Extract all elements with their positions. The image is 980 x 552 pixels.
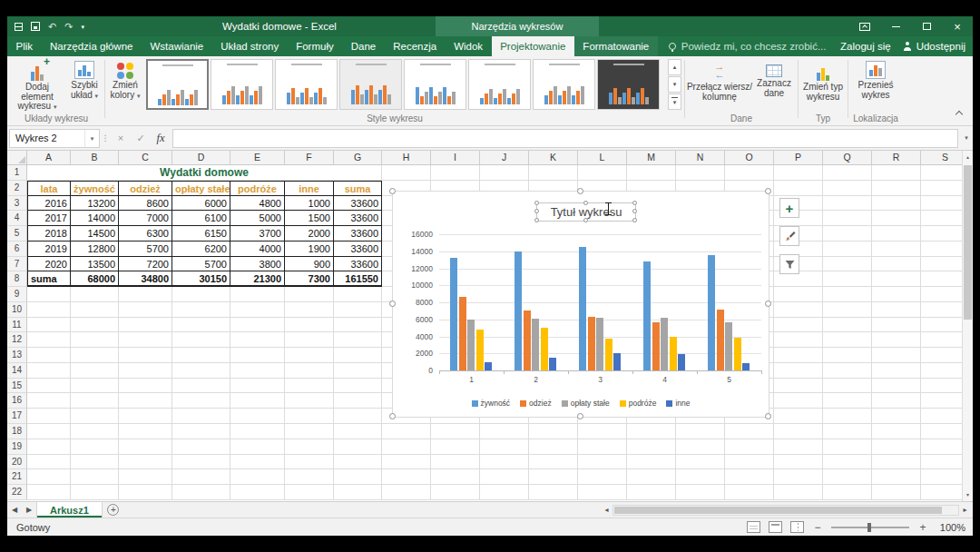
cell-Q9[interactable] bbox=[823, 287, 872, 302]
cell-G7[interactable]: 33600 bbox=[334, 257, 382, 272]
sheet-nav-left[interactable]: ◀ bbox=[7, 502, 22, 518]
cell-B2[interactable]: żywność bbox=[71, 181, 119, 196]
cell-C3[interactable]: 8600 bbox=[119, 196, 172, 212]
chart-bar-podroze-2[interactable] bbox=[541, 328, 548, 370]
cell-D19[interactable] bbox=[172, 439, 230, 455]
chart-filters-button[interactable] bbox=[779, 254, 799, 274]
tab-projektowanie[interactable]: Projektowanie bbox=[492, 36, 574, 56]
chart-style-thumbnail-1[interactable] bbox=[146, 59, 209, 110]
chart-bar-zywnosc-2[interactable] bbox=[514, 251, 522, 370]
cell-F9[interactable] bbox=[285, 287, 334, 302]
chart-bar-podroze-1[interactable] bbox=[476, 330, 484, 370]
row-header-9[interactable]: 9 bbox=[7, 287, 27, 302]
cell-B6[interactable]: 12800 bbox=[71, 242, 119, 257]
column-header-B[interactable]: B bbox=[71, 151, 119, 165]
row-header-17[interactable]: 17 bbox=[7, 409, 27, 424]
cell-B17[interactable] bbox=[71, 409, 119, 424]
cell-Q15[interactable] bbox=[823, 379, 872, 394]
cell-table-title[interactable]: Wydatki domowe bbox=[27, 165, 382, 181]
cell-F18[interactable] bbox=[285, 424, 334, 439]
cell-G4[interactable]: 33600 bbox=[334, 211, 382, 226]
cell-B15[interactable] bbox=[71, 379, 119, 394]
restore-button[interactable] bbox=[911, 16, 942, 36]
cell-Q6[interactable] bbox=[823, 242, 872, 257]
cell-G22[interactable] bbox=[334, 485, 382, 500]
cell-M19[interactable] bbox=[627, 439, 676, 455]
tab-widok[interactable]: Widok bbox=[446, 36, 492, 56]
cell-A20[interactable] bbox=[27, 455, 71, 470]
cell-B14[interactable] bbox=[71, 363, 119, 379]
cell-G9[interactable] bbox=[334, 287, 382, 302]
cell-H20[interactable] bbox=[382, 455, 431, 470]
cell-P22[interactable] bbox=[774, 485, 823, 500]
cancel-button[interactable]: × bbox=[111, 133, 131, 143]
cell-M18[interactable] bbox=[627, 424, 676, 439]
tab-narzedzia-glowne[interactable]: Narzędzia główne bbox=[42, 36, 142, 56]
cell-J19[interactable] bbox=[480, 439, 529, 455]
cell-I20[interactable] bbox=[431, 455, 480, 470]
zoom-in-button[interactable]: + bbox=[917, 521, 928, 534]
row-header-5[interactable]: 5 bbox=[7, 226, 27, 242]
cell-L22[interactable] bbox=[578, 485, 627, 500]
chart-bar-odziez-5[interactable] bbox=[717, 310, 724, 371]
cell-G6[interactable]: 33600 bbox=[334, 242, 382, 257]
cell-Q10[interactable] bbox=[823, 302, 872, 318]
cell-F5[interactable]: 2000 bbox=[285, 226, 334, 242]
chart-bar-oplaty-stale-3[interactable] bbox=[596, 318, 603, 370]
column-header-J[interactable]: J bbox=[480, 151, 529, 165]
cell-C6[interactable]: 5700 bbox=[119, 242, 172, 257]
cell-J18[interactable] bbox=[480, 424, 529, 439]
cell-O1[interactable] bbox=[725, 165, 774, 181]
cell-F20[interactable] bbox=[285, 455, 334, 470]
cell-A6[interactable]: 2019 bbox=[27, 242, 71, 257]
chart-style-thumbnail-7[interactable] bbox=[533, 59, 595, 110]
cell-G5[interactable]: 33600 bbox=[334, 226, 382, 242]
cell-C16[interactable] bbox=[119, 393, 172, 409]
row-header-13[interactable]: 13 bbox=[7, 348, 27, 363]
cell-B8[interactable]: 68000 bbox=[71, 271, 119, 287]
chart-bar-oplaty-stale-5[interactable] bbox=[725, 322, 732, 370]
cell-D2[interactable]: opłaty stałe bbox=[172, 181, 230, 196]
cell-P16[interactable] bbox=[774, 393, 823, 409]
cell-N20[interactable] bbox=[676, 455, 725, 470]
cell-A15[interactable] bbox=[27, 379, 71, 394]
save-icon[interactable] bbox=[31, 22, 40, 31]
cell-O22[interactable] bbox=[725, 485, 774, 500]
cell-E16[interactable] bbox=[230, 393, 285, 409]
chart-bar-inne-5[interactable] bbox=[742, 363, 750, 370]
cell-E12[interactable] bbox=[230, 332, 285, 348]
cell-R19[interactable] bbox=[872, 439, 921, 455]
horizontal-scroll-track[interactable] bbox=[612, 505, 959, 516]
cell-L20[interactable] bbox=[578, 455, 627, 470]
cell-C10[interactable] bbox=[119, 302, 172, 318]
cell-A14[interactable] bbox=[27, 363, 71, 379]
chart-bar-podroze-3[interactable] bbox=[605, 339, 612, 370]
cell-R4[interactable] bbox=[872, 211, 921, 226]
cell-E3[interactable]: 4800 bbox=[230, 196, 285, 212]
cell-G18[interactable] bbox=[334, 424, 382, 439]
zoom-out-button[interactable]: − bbox=[812, 521, 823, 534]
cell-F19[interactable] bbox=[285, 439, 334, 455]
cell-C14[interactable] bbox=[119, 363, 172, 379]
cell-E7[interactable]: 3800 bbox=[230, 257, 285, 272]
chart-bar-inne-3[interactable] bbox=[613, 353, 621, 370]
cell-M20[interactable] bbox=[627, 455, 676, 470]
cell-L1[interactable] bbox=[578, 165, 627, 181]
change-chart-type-button[interactable]: Zmień typ wykresu bbox=[801, 59, 845, 102]
cell-D3[interactable]: 6000 bbox=[172, 196, 230, 212]
cell-D13[interactable] bbox=[172, 348, 230, 363]
cell-R15[interactable] bbox=[872, 379, 921, 394]
cell-H22[interactable] bbox=[382, 485, 431, 500]
cell-B16[interactable] bbox=[71, 393, 119, 409]
cell-C20[interactable] bbox=[119, 455, 172, 470]
cell-R10[interactable] bbox=[872, 302, 921, 318]
cell-Q18[interactable] bbox=[823, 424, 872, 439]
cell-N1[interactable] bbox=[676, 165, 725, 181]
cell-A7[interactable]: 2020 bbox=[27, 257, 71, 272]
cell-G16[interactable] bbox=[334, 393, 382, 409]
cell-J20[interactable] bbox=[480, 455, 529, 470]
cell-R18[interactable] bbox=[872, 424, 921, 439]
cell-Q2[interactable] bbox=[823, 181, 872, 196]
cell-R17[interactable] bbox=[872, 409, 921, 424]
cell-A10[interactable] bbox=[27, 302, 71, 318]
